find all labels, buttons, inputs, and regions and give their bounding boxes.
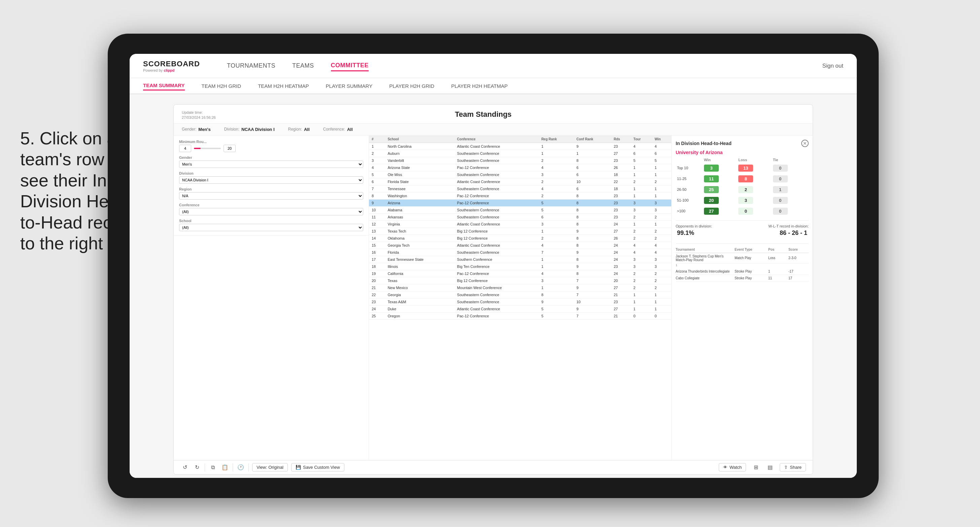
table-row[interactable]: 12 Virginia Atlantic Coast Conference 3 … — [369, 221, 671, 227]
toolbar-divider1 — [205, 464, 205, 471]
opponents-label: Opponents in division: — [676, 224, 712, 228]
watch-button[interactable]: 👁 Watch — [719, 463, 746, 471]
table-row[interactable]: 20 Texas Big 12 Conference 3 7 20 2 2 — [369, 277, 671, 284]
table-row[interactable]: 5 Ole Miss Southeastern Conference 3 6 1… — [369, 171, 671, 178]
table-row[interactable]: 24 Duke Atlantic Coast Conference 5 9 27… — [369, 305, 671, 312]
h2h-tie-top10: 0 — [773, 165, 788, 171]
rou-slider-track[interactable] — [194, 148, 221, 149]
min-rou-label: Minimum Rou... — [179, 140, 363, 144]
table-row[interactable]: 1 North Carolina Atlantic Coast Conferen… — [369, 143, 671, 150]
clock-icon[interactable]: 🕐 — [236, 463, 245, 472]
cell-conf-rank: 9 — [574, 263, 611, 270]
division-select[interactable]: NCAA Division I — [179, 176, 363, 184]
tab-player-h2h-heatmap[interactable]: PLAYER H2H HEATMAP — [451, 82, 508, 90]
table-row[interactable]: 6 Florida State Atlantic Coast Conferenc… — [369, 178, 671, 185]
cell-conf: Southeastern Conference — [455, 291, 539, 298]
cell-win: 1 — [652, 291, 671, 298]
conference-select[interactable]: (All) — [179, 208, 363, 215]
school-select[interactable]: (All) — [179, 224, 363, 231]
cell-num: 13 — [369, 227, 385, 235]
cell-num: 22 — [369, 291, 385, 298]
table-row[interactable]: 15 Georgia Tech Atlantic Coast Conferenc… — [369, 241, 671, 249]
tab-player-summary[interactable]: PLAYER SUMMARY — [326, 82, 373, 90]
table-row[interactable]: 3 Vanderbilt Southeastern Conference 2 8… — [369, 157, 671, 164]
table-row[interactable]: 11 Arkansas Southeastern Conference 6 8 … — [369, 213, 671, 221]
card-header: Update time: 27/03/2024 16:56:26 Team St… — [174, 105, 813, 124]
table-row[interactable]: 25 Oregon Pac-12 Conference 5 7 21 0 0 — [369, 312, 671, 319]
save-custom-button[interactable]: 💾 Save Custom View — [291, 463, 344, 471]
table-row[interactable]: 4 Arizona State Pac-12 Conference 4 6 26… — [369, 164, 671, 171]
table-row[interactable]: 14 Oklahoma Big 12 Conference 2 8 26 2 2 — [369, 235, 671, 241]
h2h-close-button[interactable]: ✕ — [801, 140, 809, 147]
cell-rds: 18 — [611, 185, 631, 192]
division-value: NCAA Division I — [241, 127, 274, 132]
gender-select[interactable]: Men's — [179, 160, 363, 168]
cell-conf-rank: 8 — [574, 157, 611, 164]
t2-type: Stroke Play — [735, 270, 768, 273]
table-row[interactable]: 17 East Tennessee State Southern Confere… — [369, 256, 671, 263]
cell-conf: Pac-12 Conference — [455, 199, 539, 206]
sign-out-button[interactable]: Sign out — [822, 63, 843, 69]
table-row[interactable]: 18 Illinois Big Ten Conference 1 9 23 3 … — [369, 263, 671, 270]
table-row[interactable]: 7 Tennessee Southeastern Conference 4 6 … — [369, 185, 671, 192]
cell-reg-rank: 1 — [539, 263, 574, 270]
h2h-row-gt100: >100 27 0 0 — [676, 206, 809, 216]
grid-icon[interactable]: ⊞ — [751, 463, 760, 472]
division-filter-label: Division — [179, 171, 363, 175]
table-row[interactable]: 16 Florida Southeastern Conference 7 9 2… — [369, 249, 671, 256]
tab-team-summary[interactable]: TEAM SUMMARY — [143, 81, 185, 90]
min-rou-input2[interactable] — [224, 145, 235, 152]
table-row[interactable]: 19 California Pac-12 Conference 4 8 24 2… — [369, 270, 671, 277]
nav-tournaments[interactable]: TOURNAMENTS — [227, 61, 275, 71]
cell-reg-rank: 1 — [539, 227, 574, 235]
table-row[interactable]: 10 Alabama Southeastern Conference 5 8 2… — [369, 206, 671, 213]
gender-value: Men's — [198, 127, 210, 132]
th-win: Win — [652, 136, 671, 143]
cell-rds: 21 — [611, 291, 631, 298]
min-rou-input1[interactable] — [179, 145, 191, 152]
cell-conf-rank: 6 — [574, 171, 611, 178]
cell-conf: Southeastern Conference — [455, 298, 539, 305]
cell-school: Arkansas — [385, 213, 454, 221]
region-select[interactable]: N/A — [179, 192, 363, 200]
table-row[interactable]: 13 Texas Tech Big 12 Conference 1 9 27 2… — [369, 227, 671, 235]
cell-tour: 1 — [631, 164, 652, 171]
nav-committee[interactable]: COMMITTEE — [331, 60, 369, 71]
cell-num: 12 — [369, 221, 385, 227]
table-row[interactable]: 2 Auburn Southeastern Conference 1 1 27 … — [369, 150, 671, 157]
table-row[interactable]: 8 Washington Pac-12 Conference 2 8 23 1 … — [369, 192, 671, 199]
paste-icon[interactable]: 📋 — [221, 463, 229, 472]
cell-win: 0 — [652, 312, 671, 319]
view-original-button[interactable]: View: Original — [252, 463, 288, 471]
h2h-header: In Division Head-to-Head ✕ — [676, 140, 809, 147]
cell-num: 2 — [369, 150, 385, 157]
undo-icon[interactable]: ↺ — [180, 463, 189, 472]
redo-icon[interactable]: ↻ — [192, 463, 201, 472]
table-header-row: # School Conference Reg Rank Conf Rank R… — [369, 136, 671, 143]
layout-icon[interactable]: ▤ — [765, 463, 774, 472]
table-row[interactable]: 22 Georgia Southeastern Conference 8 7 2… — [369, 291, 671, 298]
t2-name: Arizona Thunderbirds Intercollegiate — [676, 270, 735, 273]
table-row[interactable]: 21 New Mexico Mountain West Conference 1… — [369, 284, 671, 291]
cell-school: Texas — [385, 277, 454, 284]
h2h-divider2 — [676, 243, 809, 244]
standings-table-area[interactable]: # School Conference Reg Rank Conf Rank R… — [369, 136, 671, 460]
table-row[interactable]: 23 Texas A&M Southeastern Conference 9 1… — [369, 298, 671, 305]
cell-num: 7 — [369, 185, 385, 192]
table-row[interactable]: 9 Arizona Pac-12 Conference 5 8 23 3 3 — [369, 199, 671, 206]
cell-num: 8 — [369, 192, 385, 199]
cell-conf: Atlantic Coast Conference — [455, 143, 539, 150]
h2h-team-name: University of Arizona — [676, 150, 809, 155]
cell-tour: 3 — [631, 263, 652, 270]
tab-team-h2h-grid[interactable]: TEAM H2H GRID — [202, 82, 241, 90]
share-button[interactable]: ⇧ Share — [780, 463, 806, 471]
tab-team-h2h-heatmap[interactable]: TEAM H2H HEATMAP — [258, 82, 309, 90]
copy-icon[interactable]: ⧉ — [208, 463, 217, 472]
tab-player-h2h-grid[interactable]: PLAYER H2H GRID — [389, 82, 434, 90]
cell-conf-rank: 10 — [574, 178, 611, 185]
h2h-win-2650: 25 — [704, 186, 719, 193]
nav-teams[interactable]: TEAMS — [292, 61, 314, 71]
h2h-label-top10: Top 10 — [677, 166, 704, 170]
gender-label: Gender: — [182, 127, 196, 132]
top-nav: SCOREBOARD Powered by clippd TOURNAMENTS… — [130, 54, 857, 78]
